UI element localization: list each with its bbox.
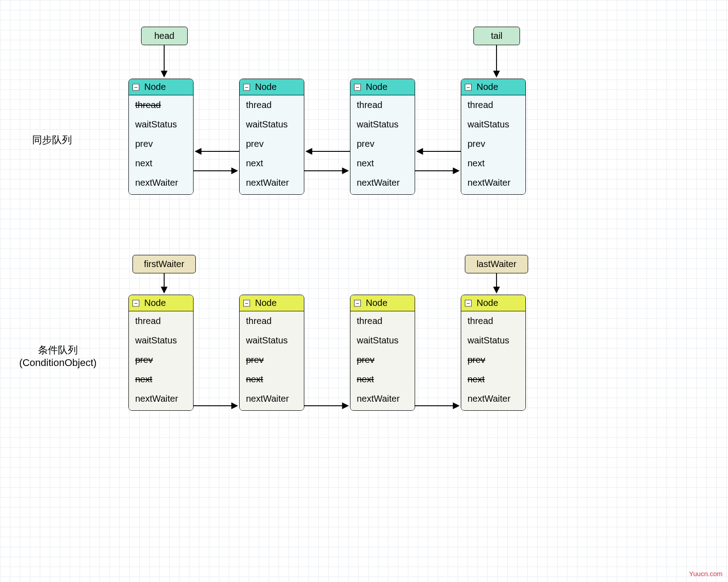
field-nextWaiter: nextWaiter [135, 394, 187, 404]
field-waitStatus: waitStatus [468, 119, 519, 130]
node-body: threadwaitStatusprevnextnextWaiter [350, 311, 415, 410]
field-thread: thread [246, 316, 298, 326]
node-header: –Node [240, 295, 304, 311]
node-title: Node [366, 298, 388, 308]
field-waitStatus: waitStatus [246, 119, 298, 130]
collapse-icon[interactable]: – [465, 300, 472, 306]
node-header: –Node [350, 79, 415, 95]
node-body: threadwaitStatusprevnextnextWaiter [129, 311, 193, 410]
first-waiter-label: firstWaiter [132, 255, 196, 273]
last-waiter-label: lastWaiter [465, 255, 528, 273]
node-header: –Node [461, 295, 525, 311]
node-header: –Node [129, 295, 193, 311]
tail-label: tail [473, 27, 520, 45]
cond-node-1: –NodethreadwaitStatusprevnextnextWaiter [239, 295, 304, 411]
node-header: –Node [129, 79, 193, 95]
node-title: Node [144, 82, 166, 92]
field-thread: thread [357, 100, 408, 110]
field-prev: prev [357, 139, 408, 149]
field-next: next [246, 374, 298, 385]
field-waitStatus: waitStatus [357, 335, 408, 346]
field-next: next [135, 158, 187, 169]
sync-node-1: –NodethreadwaitStatusprevnextnextWaiter [239, 79, 304, 195]
field-prev: prev [468, 355, 519, 365]
field-thread: thread [468, 316, 519, 326]
field-nextWaiter: nextWaiter [468, 178, 519, 188]
sync-node-3: –NodethreadwaitStatusprevnextnextWaiter [461, 79, 526, 195]
node-title: Node [255, 298, 277, 308]
cond-queue-label: 条件队列 (ConditionObject) [8, 343, 108, 369]
node-title: Node [255, 82, 277, 92]
field-next: next [135, 374, 187, 385]
node-title: Node [144, 298, 166, 308]
collapse-icon[interactable]: – [243, 300, 250, 306]
sync-node-0: –NodethreadwaitStatusprevnextnextWaiter [128, 79, 194, 195]
node-header: –Node [240, 79, 304, 95]
field-waitStatus: waitStatus [246, 335, 298, 346]
field-thread: thread [246, 100, 298, 110]
field-next: next [468, 158, 519, 169]
field-waitStatus: waitStatus [135, 335, 187, 346]
cond-node-2: –NodethreadwaitStatusprevnextnextWaiter [350, 295, 415, 411]
field-next: next [468, 374, 519, 385]
node-body: threadwaitStatusprevnextnextWaiter [240, 95, 304, 194]
field-nextWaiter: nextWaiter [357, 178, 408, 188]
node-title: Node [477, 298, 498, 308]
field-thread: thread [468, 100, 519, 110]
watermark: Yuucn.com [689, 570, 723, 577]
field-prev: prev [135, 355, 187, 365]
field-nextWaiter: nextWaiter [468, 394, 519, 404]
field-waitStatus: waitStatus [135, 119, 187, 130]
field-waitStatus: waitStatus [468, 335, 519, 346]
cond-queue-label-1: 条件队列 [8, 343, 108, 357]
cond-queue-label-2: (ConditionObject) [8, 357, 108, 369]
field-thread: thread [135, 316, 187, 326]
head-label: head [141, 27, 188, 45]
field-thread: thread [357, 316, 408, 326]
field-next: next [246, 158, 298, 169]
sync-queue-label: 同步队列 [23, 133, 81, 147]
node-body: threadwaitStatusprevnextnextWaiter [240, 311, 304, 410]
field-prev: prev [246, 355, 298, 365]
cond-node-0: –NodethreadwaitStatusprevnextnextWaiter [128, 295, 194, 411]
node-header: –Node [350, 295, 415, 311]
collapse-icon[interactable]: – [132, 300, 139, 306]
field-prev: prev [357, 355, 408, 365]
collapse-icon[interactable]: – [243, 84, 250, 90]
field-prev: prev [135, 139, 187, 149]
node-body: threadwaitStatusprevnextnextWaiter [350, 95, 415, 194]
node-header: –Node [461, 79, 525, 95]
node-body: threadwaitStatusprevnextnextWaiter [129, 95, 193, 194]
sync-node-2: –NodethreadwaitStatusprevnextnextWaiter [350, 79, 415, 195]
node-title: Node [477, 82, 498, 92]
node-body: threadwaitStatusprevnextnextWaiter [461, 311, 525, 410]
collapse-icon[interactable]: – [354, 84, 361, 90]
collapse-icon[interactable]: – [354, 300, 361, 306]
field-nextWaiter: nextWaiter [246, 394, 298, 404]
field-thread: thread [135, 100, 187, 110]
field-next: next [357, 374, 408, 385]
field-prev: prev [246, 139, 298, 149]
cond-node-3: –NodethreadwaitStatusprevnextnextWaiter [461, 295, 526, 411]
field-nextWaiter: nextWaiter [135, 178, 187, 188]
node-title: Node [366, 82, 388, 92]
collapse-icon[interactable]: – [132, 84, 139, 90]
field-waitStatus: waitStatus [357, 119, 408, 130]
field-prev: prev [468, 139, 519, 149]
field-next: next [357, 158, 408, 169]
field-nextWaiter: nextWaiter [246, 178, 298, 188]
collapse-icon[interactable]: – [465, 84, 472, 90]
field-nextWaiter: nextWaiter [357, 394, 408, 404]
node-body: threadwaitStatusprevnextnextWaiter [461, 95, 525, 194]
